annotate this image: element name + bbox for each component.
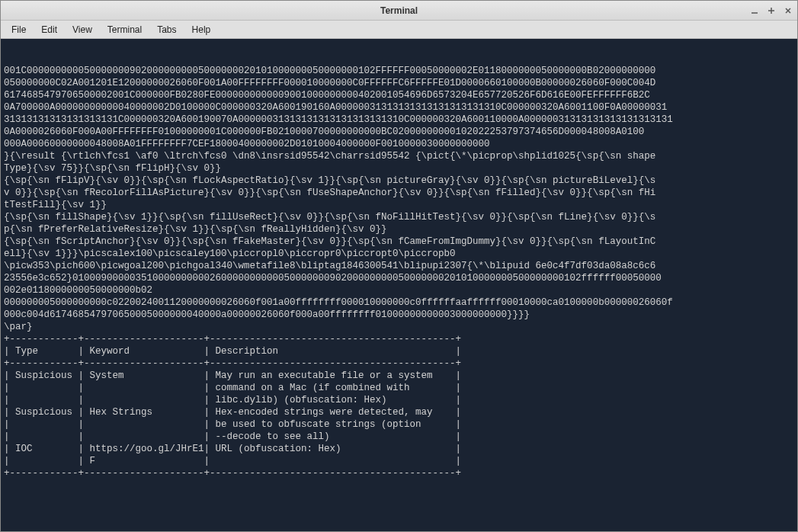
terminal-line: | | | libc.dylib) (obfuscation: Hex) | <box>4 394 794 406</box>
terminal-line: tTestFill}{\sv 1}} <box>4 199 794 211</box>
menu-tabs[interactable]: Tabs <box>149 23 184 37</box>
terminal-line: 0A700000A00000000000040000002D0100000C00… <box>4 101 794 114</box>
window-controls <box>748 5 794 17</box>
terminal-line: +------------+---------------------+----… <box>4 357 794 370</box>
terminal-line: | Type | Keyword | Description | <box>4 345 794 357</box>
terminal-line: }{\result {\rtlch\fcs1 \af0 \ltrch\fcs0 … <box>4 150 794 162</box>
menu-terminal[interactable]: Terminal <box>100 23 149 37</box>
terminal-line: +------------+---------------------+----… <box>4 333 794 345</box>
terminal-line: | | | command on a Mac (if combined with… <box>4 382 794 394</box>
terminal-line: | Suspicious | Hex Strings | Hex-encoded… <box>4 406 794 418</box>
terminal-line: Type}{\sv 75}}{\sp{\sn fFlipH}{\sv 0}} <box>4 162 794 175</box>
terminal-window: Terminal File Edit View Terminal Tabs He… <box>0 0 798 532</box>
terminal-line: v 0}}{\sp{\sn fRecolorFillAsPicture}{\sv… <box>4 187 794 199</box>
terminal-line: ell}{\sv 1}}}\picscalex100\picscaley100\… <box>4 248 794 260</box>
window-title: Terminal <box>380 5 418 16</box>
terminal-line: 000000005000000000c022002400112000000002… <box>4 296 794 309</box>
minimize-button[interactable] <box>748 5 761 17</box>
terminal-line: 0A0000026060F000A00FFFFFFFF01000000001C0… <box>4 126 794 138</box>
menu-edit[interactable]: Edit <box>34 23 65 37</box>
terminal-line: p{\sn fPreferRelativeResize}{\sv 1}}{\sp… <box>4 223 794 236</box>
terminal-line: \par} <box>4 321 794 333</box>
terminal-line: 050000000C02A001201E12000000026060F001A0… <box>4 77 794 89</box>
terminal-line: 000c004d617468547970650005000000040000a0… <box>4 309 794 321</box>
terminal-line: +------------+---------------------+----… <box>4 467 794 479</box>
titlebar[interactable]: Terminal <box>1 1 797 21</box>
terminal-line: {\sp{\sn fillShape}{\sv 1}}{\sp{\sn fill… <box>4 211 794 223</box>
terminal-line: 000A00060000000048008A01FFFFFFFF7CEF1800… <box>4 138 794 150</box>
terminal-line: 31313131313131313131C000000320A600190070… <box>4 114 794 126</box>
menubar: File Edit View Terminal Tabs Help <box>1 21 797 39</box>
terminal-line: 23556e3c652}0100090000035100000000002600… <box>4 272 794 284</box>
terminal-line: \picw353\pich600\picwgoal200\pichgoal340… <box>4 260 794 272</box>
terminal-line: | | | --decode to see all) | <box>4 431 794 443</box>
menu-file[interactable]: File <box>4 23 34 37</box>
terminal-line: {\sp{\sn fScriptAnchor}{\sv 0}}{\sp{\sn … <box>4 236 794 248</box>
terminal-line: {\sp{\sn fFlipV}{\sv 0}}{\sp{\sn fLockAs… <box>4 175 794 187</box>
terminal-line: 002e0118000000050000000b02 <box>4 284 794 296</box>
maximize-button[interactable] <box>765 5 777 17</box>
terminal-line: | Suspicious | System | May run an execu… <box>4 370 794 382</box>
menu-help[interactable]: Help <box>184 23 219 37</box>
terminal-output[interactable]: 001C000000000050000000902000000000500000… <box>1 39 797 531</box>
menu-view[interactable]: View <box>65 23 100 37</box>
terminal-line: 001C000000000050000000902000000000500000… <box>4 65 794 77</box>
terminal-line: | | F | | <box>4 455 794 467</box>
terminal-line: | IOC | https://goo.gl/JHrE1| URL (obfus… <box>4 443 794 455</box>
close-button[interactable] <box>782 5 794 17</box>
terminal-line: 6174685479706500002001C000000FB0280FE000… <box>4 89 794 101</box>
terminal-line: | | | be used to obfuscate strings (opti… <box>4 418 794 431</box>
